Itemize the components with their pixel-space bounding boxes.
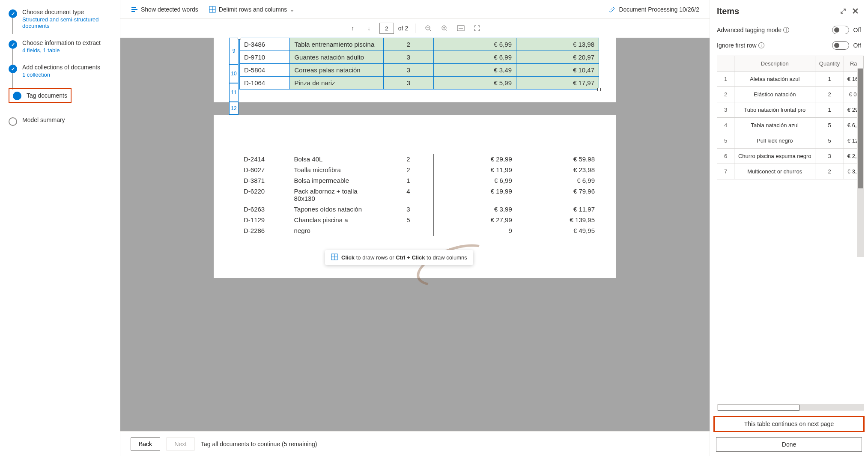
info-icon[interactable]: i xyxy=(783,27,789,33)
document-name: Document Processing 10/26/2 xyxy=(619,6,699,13)
table-row[interactable]: D-6027Toalla microfibra2€ 11,99€ 23,98 xyxy=(239,164,599,175)
step-title: Add collections of documents xyxy=(22,64,120,71)
items-data-table[interactable]: DescriptionQuantityRa 1Aletas natación a… xyxy=(717,56,864,179)
table-row[interactable]: D-1129Chanclas piscina a5€ 27,99€ 139,95 xyxy=(239,215,599,225)
check-icon xyxy=(9,40,17,49)
svg-rect-1 xyxy=(131,9,137,10)
step-model-summary[interactable]: Model summary xyxy=(9,116,120,126)
table-row[interactable]: D-2286negro9€ 49,95 xyxy=(239,225,599,236)
table-row[interactable]: 7Multiconect or churros2€ 3,9 xyxy=(717,164,864,179)
table-row[interactable]: D-2414Bolsa 40L2€ 29,99€ 59,98 xyxy=(239,154,599,164)
table-row[interactable]: 4Tabla natación azul5€ 6,9 xyxy=(717,118,864,133)
step-add-collections[interactable]: Add collections of documents 1 collectio… xyxy=(9,64,120,78)
toolbar-label: Delimit rows and columns xyxy=(219,6,287,13)
document-canvas[interactable]: 9101112 D-3486Tabla entrenamiento piscin… xyxy=(120,38,710,431)
step-subtitle: 4 fields, 1 table xyxy=(22,47,120,54)
table-row[interactable]: D-6220Pack albornoz + toalla 80x1304€ 19… xyxy=(239,186,599,204)
step-title: Choose document type xyxy=(22,9,120,15)
pending-step-icon xyxy=(9,117,17,126)
table-row[interactable]: D-9710Guantes natación adulto3€ 6,99€ 20… xyxy=(240,51,599,64)
close-icon[interactable]: ✕ xyxy=(849,5,861,17)
table-row[interactable]: D-1064Pinza de nariz3€ 5,99€ 17,97 xyxy=(240,77,599,89)
table-row[interactable]: D-5804Correas palas natación3€ 3,49€ 10,… xyxy=(240,64,599,77)
next-page-button[interactable]: ↓ xyxy=(363,22,375,34)
untagged-table[interactable]: D-2414Bolsa 40L2€ 29,99€ 59,98D-6027Toal… xyxy=(239,154,599,236)
wizard-sidebar: Choose document type Structured and semi… xyxy=(0,0,120,456)
vertical-scrollbar[interactable] xyxy=(857,69,864,257)
table-row[interactable]: 6Churro piscina espuma negro3€ 2,9 xyxy=(717,149,864,164)
hint-text: Ctrl + Click xyxy=(396,254,425,261)
table-row[interactable]: D-3486Tabla entrenamiento piscina2€ 6,99… xyxy=(240,38,599,51)
column-header[interactable] xyxy=(717,56,734,72)
page-total: of 2 xyxy=(398,25,408,32)
advanced-tagging-toggle[interactable] xyxy=(832,26,849,34)
ignore-first-row-toggle-row: Ignore first row i Off xyxy=(710,38,868,53)
toolbar-label: Show detected words xyxy=(141,6,198,13)
step-title: Model summary xyxy=(22,116,120,123)
panel-title: Items xyxy=(717,6,739,16)
advanced-tagging-toggle-row: Advanced tagging mode i Off xyxy=(710,22,868,38)
table-row[interactable]: 3Tubo natación frontal pro1€ 29, xyxy=(717,102,864,118)
step-title: Tag documents xyxy=(27,92,67,99)
current-step-icon xyxy=(13,92,21,100)
table-row[interactable]: 1Aletas natación azul1€ 16, xyxy=(717,72,864,87)
chevron-down-icon: ⌄ xyxy=(289,6,295,13)
footer-bar: Back Next Tag all documents to continue … xyxy=(120,431,710,456)
svg-rect-0 xyxy=(131,7,136,8)
main-content: Show detected words Delimit rows and col… xyxy=(120,0,710,456)
text-recognition-icon xyxy=(131,6,138,13)
items-panel: Items ✕ Advanced tagging mode i Off Igno… xyxy=(710,0,868,456)
done-button[interactable]: Done xyxy=(716,437,862,452)
next-button: Next xyxy=(166,437,195,451)
toggle-label: Advanced tagging mode xyxy=(717,27,781,33)
prev-page-button[interactable]: ↑ xyxy=(347,22,359,34)
table-row[interactable]: D-3871Bolsa impermeable1€ 6,99€ 6,99 xyxy=(239,175,599,186)
svg-line-8 xyxy=(430,30,431,31)
table-icon xyxy=(209,6,216,13)
footer-message: Tag all documents to continue (5 remaini… xyxy=(201,441,317,447)
info-icon[interactable]: i xyxy=(758,42,764,48)
zoom-out-button[interactable] xyxy=(422,22,434,34)
row-index-handle[interactable]: 11 xyxy=(229,83,239,102)
toggle-label: Ignore first row xyxy=(717,42,757,49)
fit-width-button[interactable] xyxy=(455,22,467,34)
ignore-first-row-toggle[interactable] xyxy=(832,41,849,50)
row-index-handle[interactable]: 10 xyxy=(229,64,239,83)
hint-text: to draw columns xyxy=(425,254,467,261)
svg-rect-2 xyxy=(131,11,135,12)
svg-line-12 xyxy=(446,30,447,31)
hint-text: to draw rows or xyxy=(355,254,396,261)
zoom-in-button[interactable] xyxy=(438,22,450,34)
continues-next-page-button[interactable]: This table continues on next page xyxy=(713,416,865,432)
table-row[interactable]: 2Elástico natación2€ 0, xyxy=(717,87,864,102)
step-choose-document-type[interactable]: Choose document type Structured and semi… xyxy=(9,9,120,29)
step-title: Choose information to extract xyxy=(22,39,120,46)
column-header[interactable]: Quantity xyxy=(815,56,844,72)
draw-hint-tooltip: Click to draw rows or Ctrl + Click to dr… xyxy=(325,250,473,265)
check-icon xyxy=(9,9,17,18)
document-toolbar: Show detected words Delimit rows and col… xyxy=(120,0,710,19)
fit-page-button[interactable] xyxy=(471,22,483,34)
edit-icon xyxy=(608,6,616,13)
row-index-handle[interactable]: 9 xyxy=(229,38,239,64)
check-icon xyxy=(9,65,17,73)
row-index-handle[interactable]: 12 xyxy=(229,102,239,115)
step-subtitle: Structured and semi-structured documents xyxy=(22,16,120,29)
step-subtitle: 1 collection xyxy=(22,72,120,78)
back-button[interactable]: Back xyxy=(131,437,160,451)
step-choose-information[interactable]: Choose information to extract 4 fields, … xyxy=(9,39,120,54)
expand-icon[interactable] xyxy=(837,5,849,17)
horizontal-scrollbar[interactable] xyxy=(717,404,864,411)
page-number-input[interactable] xyxy=(379,23,394,34)
hint-text: Click xyxy=(341,254,355,261)
document-name-button[interactable]: Document Processing 10/26/2 xyxy=(608,6,699,13)
highlighted-table[interactable]: D-3486Tabla entrenamiento piscina2€ 6,99… xyxy=(239,38,599,89)
step-tag-documents[interactable]: Tag documents xyxy=(9,88,120,103)
table-row[interactable]: 5Pull kick negro5€ 12, xyxy=(717,133,864,149)
show-detected-words-button[interactable]: Show detected words xyxy=(131,6,198,13)
viewer-toolbar: ↑ ↓ of 2 xyxy=(120,19,710,38)
table-row[interactable]: D-6263Tapones oídos natación3€ 3,99€ 11,… xyxy=(239,204,599,215)
column-header[interactable]: Description xyxy=(734,56,815,72)
table-icon xyxy=(331,253,338,262)
delimit-rows-columns-button[interactable]: Delimit rows and columns ⌄ xyxy=(209,6,295,13)
